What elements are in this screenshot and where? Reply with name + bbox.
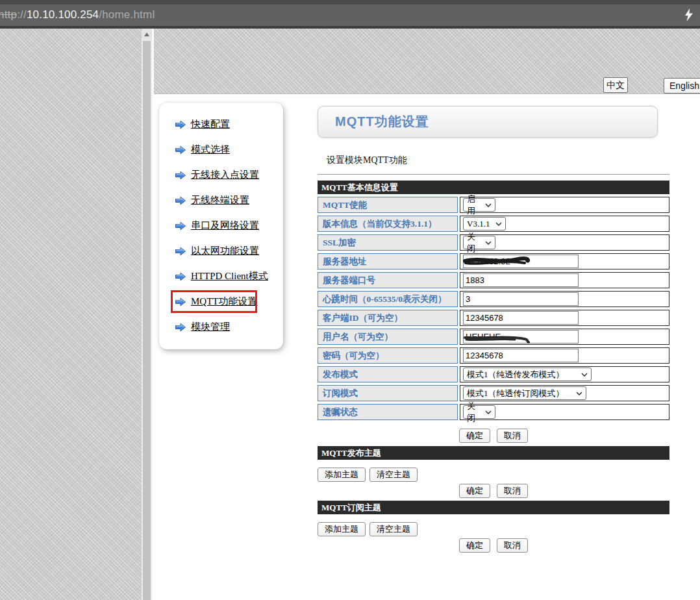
arrow-right-icon [175,297,186,306]
selected-option: 启用 [467,194,481,217]
table-row-publish-mode: 发布模式模式1（纯透传发布模式） [318,366,669,382]
server-port-input[interactable] [463,273,579,287]
arrow-right-icon [175,120,186,129]
sidebar-item-6[interactable]: 以太网功能设置 [175,238,283,264]
selected-option: V3.1.1 [467,219,490,229]
section-header-basic: MQTT基本信息设置 [318,181,669,194]
table-row-client-id: 客户端ID（可为空） [318,310,669,326]
field-label-server-addr: 服务器地址 [318,253,458,269]
field-label-version: 版本信息（当前仅支持3.1.1） [318,216,458,232]
field-value-cell [460,347,669,364]
sidebar-item-3[interactable]: 无线接入点设置 [175,162,283,188]
address-bar[interactable]: http://10.10.100.254/home.html [0,8,155,21]
table-row-mqtt-enable: MQTT使能启用 [318,197,669,213]
publish-clear-topic-button[interactable]: 清空主题 [369,468,418,482]
chevron-down-icon [485,203,492,207]
sidebar-item-2[interactable]: 模式选择 [175,137,283,162]
page-title: MQTT功能设置 [318,106,658,138]
lightning-icon [684,8,694,21]
version-select[interactable]: V3.1.1 [463,217,506,231]
subscribe-cancel-button[interactable]: 取消 [497,538,528,553]
arrow-right-icon [175,196,186,205]
publish-mode-select[interactable]: 模式1（纯透传发布模式） [463,368,592,381]
field-value-cell: 关闭 [460,404,669,420]
sidebar-item-1[interactable]: 快速配置 [175,112,283,137]
sidebar-item-label[interactable]: 模式选择 [191,144,230,156]
field-label-username: 用户名（可为空） [318,329,458,345]
selected-option: 关闭 [467,231,481,255]
subscribe-add-topic-button[interactable]: 添加主题 [318,522,366,536]
client-id-input[interactable] [463,311,579,325]
field-value-cell [460,329,669,345]
url-scheme: http [0,8,17,21]
table-row-version: 版本信息（当前仅支持3.1.1）V3.1.1 [318,216,669,232]
config-page-frame: 中文 English 快速配置模式选择无线接入点设置无线终端设置串口及网络设置以… [154,29,700,600]
sidebar-menu-panel: 快速配置模式选择无线接入点设置无线终端设置串口及网络设置以太网功能设置HTTPD… [159,103,283,349]
server-addr-input[interactable] [463,255,579,268]
selected-option: 模式1（纯透传发布模式） [467,369,564,381]
username-input[interactable] [463,330,579,344]
field-value-cell: V3.1.1 [460,216,669,232]
language-english-button[interactable]: English [664,78,700,94]
table-row-heartbeat: 心跳时间（0-65535/0表示关闭） [318,291,669,307]
sidebar-item-label[interactable]: HTTPD Client模式 [191,270,268,282]
sidebar-item-9[interactable]: 模块管理 [175,314,283,340]
basic-cancel-button[interactable]: 取消 [497,429,528,443]
chevron-down-icon [495,222,502,226]
table-row-will-status: 遗嘱状态关闭 [318,404,669,420]
sidebar-item-label[interactable]: 以太网功能设置 [191,245,259,257]
section-header-publish: MQTT发布主题 [318,446,669,460]
subscribe-clear-topic-button[interactable]: 清空主题 [369,522,418,536]
table-row-server-port: 服务器端口号 [318,272,669,288]
field-label-subscribe-mode: 订阅模式 [318,385,458,401]
field-value-cell [460,291,669,307]
field-label-publish-mode: 发布模式 [318,366,458,382]
heartbeat-input[interactable] [463,292,579,306]
sidebar-item-5[interactable]: 串口及网络设置 [175,213,283,238]
field-value-cell: 模式1（纯透传订阅模式） [460,385,669,401]
sidebar-item-label[interactable]: 无线接入点设置 [191,169,259,181]
language-chinese-button[interactable]: 中文 [603,77,628,93]
field-label-client-id: 客户端ID（可为空） [318,310,458,326]
sidebar-item-8[interactable]: MQTT功能设置 [175,289,283,314]
url-path: /home.html [99,8,155,21]
ssl-select[interactable]: 关闭 [463,236,495,249]
field-label-password: 密码（可为空） [318,347,458,364]
scrollbar-thumb[interactable] [143,41,151,600]
selected-option: 关闭 [467,401,481,424]
divider-rule [318,174,669,175]
arrow-right-icon [175,272,186,281]
chevron-down-icon [485,241,492,245]
arrow-right-icon [175,145,186,155]
vertical-scrollbar[interactable] [142,29,152,600]
arrow-right-icon [175,221,186,231]
publish-actions: 确定 取消 [318,484,669,498]
table-row-server-addr: 服务器地址 [318,253,669,269]
arrow-right-icon [175,323,186,332]
field-label-server-port: 服务器端口号 [318,272,458,288]
field-label-mqtt-enable: MQTT使能 [318,197,458,213]
subscribe-ok-button[interactable]: 确定 [459,538,490,553]
chevron-down-icon [581,373,588,377]
publish-ok-button[interactable]: 确定 [459,484,490,498]
sidebar-item-label[interactable]: 无线终端设置 [191,194,249,206]
field-value-cell [460,253,669,269]
publish-cancel-button[interactable]: 取消 [497,484,528,498]
password-input[interactable] [463,349,579,362]
sidebar-item-label[interactable]: 模块管理 [191,321,230,333]
subscribe-mode-select[interactable]: 模式1（纯透传订阅模式） [463,386,586,400]
scrollbar-up-arrow[interactable] [142,29,152,40]
section-header-subscribe: MQTT订阅主题 [318,501,669,514]
chevron-down-icon [485,410,492,414]
sidebar-item-7[interactable]: HTTPD Client模式 [175,264,283,289]
sidebar-item-label[interactable]: 串口及网络设置 [191,219,259,232]
basic-ok-button[interactable]: 确定 [459,429,490,443]
mqtt-enable-select[interactable]: 启用 [463,198,495,212]
table-row-subscribe-mode: 订阅模式模式1（纯透传订阅模式） [318,385,669,401]
sidebar-item-label[interactable]: 快速配置 [191,118,230,131]
sidebar-item-label[interactable]: MQTT功能设置 [191,295,258,308]
sidebar-item-4[interactable]: 无线终端设置 [175,188,283,213]
will-status-select[interactable]: 关闭 [463,405,495,419]
publish-add-topic-button[interactable]: 添加主题 [318,468,366,482]
browser-top-bar: http://10.10.100.254/home.html [0,0,700,29]
